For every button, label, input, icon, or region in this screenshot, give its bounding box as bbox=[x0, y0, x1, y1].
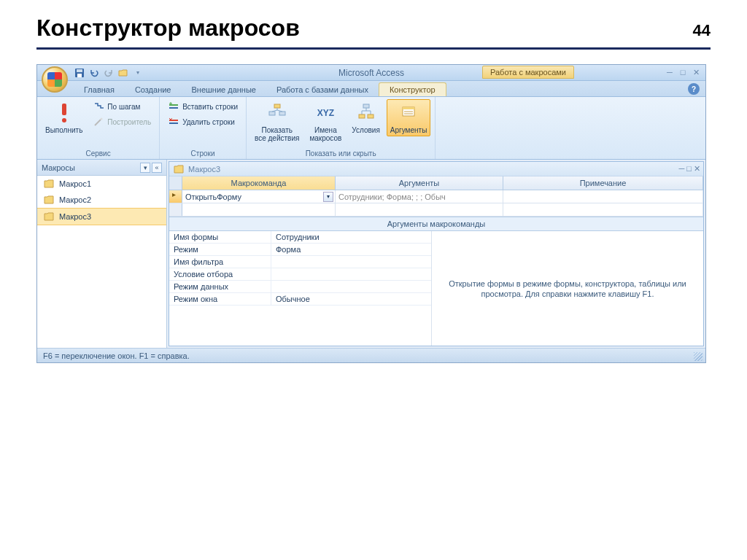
svg-point-4 bbox=[62, 118, 66, 122]
group-service: Выполнить По шагам Построитель Сервис bbox=[37, 97, 160, 159]
show-all-actions-button[interactable]: Показать все действия bbox=[251, 99, 303, 144]
slide-title: Конструктор макросов bbox=[36, 15, 300, 42]
col-comment[interactable]: Примечание bbox=[503, 176, 703, 190]
app-title: Microsoft Access bbox=[338, 68, 404, 78]
redo-icon[interactable] bbox=[103, 67, 115, 79]
window-controls: ─ □ ✕ bbox=[665, 68, 701, 77]
dropdown-icon[interactable]: ▾ bbox=[323, 192, 333, 202]
doc-maximize-button[interactable]: □ bbox=[686, 164, 692, 174]
document-area: Макрос3 ─ □ ✕ Макрокоманда Аргументы При… bbox=[167, 160, 705, 348]
nav-item-macro3[interactable]: Макрос3 bbox=[37, 208, 166, 225]
arg-row: Имя формыСотрудники bbox=[169, 231, 431, 244]
action-cell[interactable]: ОткрытьФорму ▾ bbox=[182, 190, 336, 203]
grid-row-empty[interactable] bbox=[169, 203, 703, 217]
nav-collapse-icon[interactable]: « bbox=[152, 163, 162, 173]
resize-grip-icon[interactable] bbox=[694, 352, 703, 361]
open-icon[interactable] bbox=[117, 67, 129, 79]
comment-cell[interactable] bbox=[503, 190, 703, 203]
macro-names-button[interactable]: XYZ Имена макросов bbox=[306, 99, 345, 144]
row-selector[interactable] bbox=[169, 203, 182, 216]
arg-row: Имя фильтра bbox=[169, 256, 431, 268]
nav-header[interactable]: Макросы ▾ « bbox=[37, 160, 166, 176]
context-tab-title: Работа с макросами bbox=[482, 66, 574, 79]
arg-row: Режим окнаОбычное bbox=[169, 293, 431, 306]
conditions-button[interactable]: Условия bbox=[348, 99, 384, 136]
svg-rect-3 bbox=[62, 104, 66, 115]
office-button[interactable] bbox=[42, 66, 68, 93]
svg-rect-2 bbox=[77, 74, 82, 77]
group-rows: Вставить строки Удалить строки Строки bbox=[160, 97, 247, 159]
col-action[interactable]: Макрокоманда bbox=[182, 176, 336, 190]
work-area: Макросы ▾ « Макрос1 Макрос2 bbox=[37, 160, 705, 348]
grid-row[interactable]: ОткрытьФорму ▾ Сотрудники; Форма; ; ; Об… bbox=[169, 190, 703, 203]
maximize-button[interactable]: □ bbox=[678, 68, 688, 77]
xyz-icon: XYZ bbox=[314, 101, 337, 125]
tab-home[interactable]: Главная bbox=[74, 83, 125, 96]
doc-close-button[interactable]: ✕ bbox=[694, 164, 700, 174]
delete-rows-button[interactable]: Удалить строки bbox=[164, 114, 241, 129]
help-button[interactable]: ? bbox=[688, 83, 700, 95]
tab-designer[interactable]: Конструктор bbox=[379, 82, 446, 96]
tab-create[interactable]: Создание bbox=[125, 83, 182, 96]
doc-titlebar: Макрос3 ─ □ ✕ bbox=[169, 162, 703, 176]
args-section-title: Аргументы макрокоманды bbox=[169, 217, 703, 231]
macro-icon bbox=[43, 194, 55, 206]
ribbon: Выполнить По шагам Построитель Сервис bbox=[37, 97, 705, 160]
tab-database-tools[interactable]: Работа с базами данных bbox=[266, 83, 379, 96]
slide-header: Конструктор макросов 44 bbox=[36, 15, 711, 50]
step-button[interactable]: По шагам bbox=[89, 99, 155, 114]
svg-rect-15 bbox=[368, 114, 374, 118]
arg-row: РежимФорма bbox=[169, 244, 431, 256]
svg-rect-1 bbox=[77, 69, 82, 72]
undo-icon[interactable] bbox=[88, 67, 100, 79]
nav-item-macro2[interactable]: Макрос2 bbox=[37, 192, 166, 208]
args-help-text: Открытие формы в режиме формы, конструкт… bbox=[432, 231, 703, 346]
tab-external-data[interactable]: Внешние данные bbox=[182, 83, 266, 96]
arguments-button[interactable]: Аргументы bbox=[387, 99, 431, 136]
doc-minimize-button[interactable]: ─ bbox=[679, 164, 685, 174]
close-button[interactable]: ✕ bbox=[691, 68, 701, 77]
group-show-hide: Показать все действия XYZ Имена макросов… bbox=[247, 97, 436, 159]
builder-button[interactable]: Построитель bbox=[89, 114, 155, 129]
svg-rect-12 bbox=[279, 112, 285, 115]
statusbar: F6 = переключение окон. F1 = справка. bbox=[37, 348, 705, 362]
args-body: Имя формыСотрудники РежимФорма Имя фильт… bbox=[169, 231, 703, 346]
svg-point-5 bbox=[101, 118, 103, 120]
svg-rect-13 bbox=[363, 104, 369, 108]
macro-icon bbox=[43, 211, 55, 222]
flowchart-icon bbox=[266, 101, 289, 125]
qat-dropdown-icon[interactable]: ▾ bbox=[132, 67, 144, 79]
exclaim-icon bbox=[53, 101, 76, 125]
args-table: Имя формыСотрудники РежимФорма Имя фильт… bbox=[169, 231, 432, 346]
svg-rect-9 bbox=[169, 122, 178, 124]
grid-header: Макрокоманда Аргументы Примечание bbox=[169, 176, 703, 190]
quick-access-toolbar: ▾ bbox=[74, 67, 144, 79]
wand-icon bbox=[93, 116, 104, 128]
access-window: ▾ Microsoft Access Работа с макросами ─ … bbox=[36, 64, 706, 363]
macro-icon bbox=[43, 178, 55, 190]
run-button[interactable]: Выполнить bbox=[42, 99, 86, 136]
insert-row-icon bbox=[168, 101, 179, 112]
row-selector[interactable] bbox=[169, 190, 182, 203]
col-arguments[interactable]: Аргументы bbox=[336, 176, 503, 190]
navigation-pane: Макросы ▾ « Макрос1 Макрос2 bbox=[37, 160, 167, 348]
save-icon[interactable] bbox=[74, 67, 85, 79]
svg-rect-7 bbox=[169, 107, 178, 109]
row-selector-header[interactable] bbox=[169, 176, 182, 190]
nav-item-macro1[interactable]: Макрос1 bbox=[37, 176, 166, 192]
ribbon-tabs: Главная Создание Внешние данные Работа с… bbox=[37, 81, 705, 97]
delete-row-icon bbox=[168, 116, 179, 128]
step-icon bbox=[93, 101, 104, 112]
minimize-button[interactable]: ─ bbox=[665, 68, 675, 77]
condition-icon bbox=[355, 101, 378, 125]
nav-dropdown-icon[interactable]: ▾ bbox=[140, 163, 150, 173]
arguments-icon bbox=[397, 101, 420, 125]
insert-rows-button[interactable]: Вставить строки bbox=[164, 99, 241, 114]
macro-designer-window: Макрос3 ─ □ ✕ Макрокоманда Аргументы При… bbox=[169, 161, 704, 346]
macro-icon bbox=[174, 164, 184, 174]
svg-rect-17 bbox=[403, 107, 414, 109]
svg-rect-11 bbox=[269, 112, 275, 115]
args-preview-cell: Сотрудники; Форма; ; ; Обыч bbox=[336, 190, 503, 203]
svg-rect-14 bbox=[359, 114, 365, 118]
arg-row: Условие отбора bbox=[169, 268, 431, 281]
